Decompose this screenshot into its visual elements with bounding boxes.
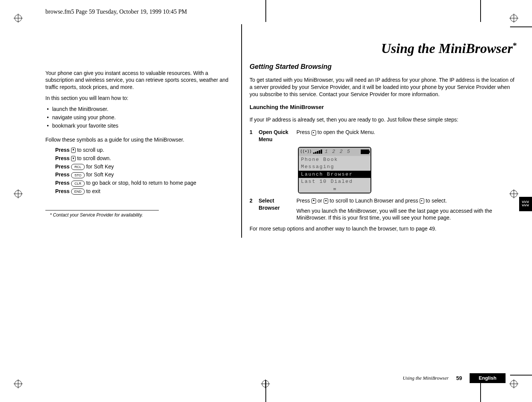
softkey-row: ✉ [299,185,371,193]
step-desc: Press or to scroll to Launch Browser and… [296,197,517,222]
guide-rcl: Press RCL for Soft Key [55,163,231,170]
menu-item-launch-browser: Launch Browser [299,171,371,178]
guide-end: Press END to exit [55,188,231,195]
end-key-icon: END [71,189,85,195]
up-arrow-icon [312,198,316,204]
page-footer: Using the MiniBrowser 59 English [287,373,506,383]
step-2-note: When you launch the MiniBrowser, you wil… [296,207,517,222]
sto-key-icon: STO [71,172,85,178]
step-number: 1 [250,129,259,136]
registration-mark [14,189,23,198]
signal-icon [313,150,323,154]
footnote-rule [45,210,159,210]
symbol-guide: Press to scroll up. Press to scroll down… [45,146,231,195]
antenna-icon: ((•)) [300,149,312,154]
after-steps-paragraph: For more setup options and another way t… [250,225,517,232]
menu-item-phone-book: Phone Book [299,156,371,164]
envelope-icon: ✉ [333,187,336,191]
intro-paragraph-1: Your phone can give you instant access t… [45,70,231,91]
footer-language-badge: English [470,373,506,383]
follow-paragraph: Follow these symbols as a guide for usin… [45,136,231,143]
chapter-title: Using the MiniBrowser* [250,39,517,58]
section-tab-www: WWW WWW [519,197,532,211]
menu-item-messaging: Messaging [299,163,371,171]
battery-icon [361,150,369,154]
step-1: 1 Open Quick Menu Press to open the Quic… [250,129,517,143]
step-number: 2 [250,197,259,204]
clr-key-icon: CLR [71,181,85,187]
subheading-launching: Launching the MiniBrowser [250,103,517,111]
footer-page-number: 59 [456,375,462,382]
registration-mark [14,379,23,388]
down-arrow-icon [71,156,76,161]
intro-paragraph-2: In this section you will learn how to: [45,95,231,102]
launching-intro: If your IP address is already set, then … [250,116,517,123]
footnote-star: * [513,41,517,50]
section-tab-line2: WWW [522,204,529,207]
guide-sto: Press STO for Soft Key [55,171,231,178]
phone-screen: ((•)) 1 2 2 5 Phone Book Messaging Launc… [298,147,371,193]
select-key-icon [312,130,316,136]
up-arrow-icon [71,148,76,153]
footer-chapter-title: Using the MiniBrowser [403,375,449,382]
step-label: Select Browser [259,197,296,212]
bullet-bookmark: bookmark your favorite sites [47,122,231,129]
step-desc: Press to open the Quick Menu. [296,129,517,136]
bullet-launch: launch the MiniBrowser. [47,106,231,113]
phone-status-bar: ((•)) 1 2 2 5 [299,148,371,156]
phone-clock: 1 2 2 5 [325,148,351,155]
running-header: browse.fm5 Page 59 Tuesday, October 19, … [45,8,517,16]
footnote-text: * Contact your Service Provider for avai… [45,212,231,218]
rcl-key-icon: RCL [71,164,85,170]
guide-scroll-up: Press to scroll up. [55,146,231,154]
section-heading-getting-started: Getting Started Browsing [250,62,517,71]
select-key-icon [420,198,424,204]
menu-item-last-dialed: Last 10 Dialed [299,178,371,185]
guide-scroll-down: Press to scroll down. [55,155,231,162]
getting-started-paragraph: To get started with you MiniBrowser, you… [250,76,517,98]
step-2: 2 Select Browser Press or to scroll to L… [250,197,517,222]
step-label: Open Quick Menu [259,129,296,143]
down-arrow-icon [324,198,328,204]
bullet-navigate: navigate using your phone. [47,114,231,121]
registration-mark [14,14,23,23]
guide-clr: Press CLR to go back or stop, hold to re… [55,179,231,187]
